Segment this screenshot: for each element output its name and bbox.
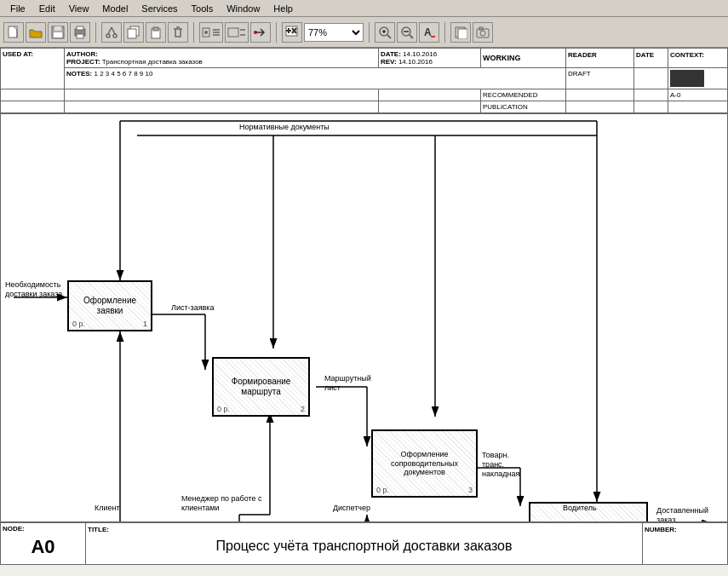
sep4: [369, 22, 370, 43]
svg-line-31: [387, 35, 391, 38]
menu-tools[interactable]: Tools: [185, 2, 221, 15]
menu-window[interactable]: Window: [220, 2, 267, 15]
box-1[interactable]: Оформление заявки 0 р. 1: [67, 280, 152, 331]
label-manager: Менеджер по работе с клиентами: [181, 494, 262, 513]
box-2[interactable]: Формирование маршрута 0 р. 2: [212, 357, 310, 417]
date2-label: DATE: [636, 51, 654, 59]
date-value: 14.10.2016: [403, 50, 437, 58]
menu-model[interactable]: Model: [95, 2, 135, 15]
footer-node-value: A0: [3, 536, 83, 558]
recommended-label: RECOMMENDED: [481, 89, 566, 101]
diagram-area: Оформление заявки 0 р. 1 Формирование ма…: [0, 113, 728, 522]
notes-line: NOTES: 1 2 3 4 5 6 7 8 9 10: [66, 70, 564, 78]
menubar: File Edit View Model Services Tools Wind…: [0, 0, 728, 17]
tb-open[interactable]: [26, 22, 46, 43]
label-list: Лист-заявка: [171, 303, 214, 313]
rev-value: 14.10.2016: [398, 58, 433, 66]
tb-spell[interactable]: A: [419, 22, 439, 43]
a0-label: A-0: [668, 89, 728, 101]
menu-edit[interactable]: Edit: [32, 2, 62, 15]
reader-label: READER: [568, 51, 597, 59]
box1-cost: 0 р.: [72, 320, 85, 328]
box3-cost: 0 р.: [376, 486, 389, 494]
footer-node-label: NODE:: [3, 525, 83, 533]
svg-rect-6: [77, 34, 83, 38]
label-delivered: Доставленный заказ: [656, 506, 708, 522]
menu-view[interactable]: View: [62, 2, 96, 15]
sep1: [95, 22, 96, 43]
tb-settings1[interactable]: [199, 22, 223, 43]
toolbar: 77% 50% 75% 100% 125% 150% A: [0, 17, 728, 48]
tb-copy[interactable]: [123, 22, 144, 43]
sep5: [444, 22, 445, 43]
svg-line-35: [410, 35, 413, 38]
context-black-box: [670, 70, 704, 87]
zoom-select[interactable]: 77% 50% 75% 100% 125% 150%: [304, 23, 364, 42]
box2-num: 2: [301, 405, 305, 413]
tb-zoom-fit[interactable]: [375, 22, 395, 43]
svg-line-10: [112, 27, 115, 34]
footer-title-value: Процесс учёта транспортной доставки зака…: [88, 539, 640, 554]
label-tovar: Товарн. транс. накладная: [482, 451, 519, 478]
box3-label: Оформление сопроводительных документов: [376, 450, 473, 477]
tb-arrow[interactable]: [250, 22, 271, 43]
box3-num: 3: [468, 486, 473, 494]
tb-paste[interactable]: [146, 22, 166, 43]
label-marshrut: Маршрутный лист: [324, 374, 371, 393]
svg-rect-40: [458, 29, 467, 39]
tb-save[interactable]: [48, 22, 68, 43]
tb-delete[interactable]: [168, 22, 188, 43]
svg-point-17: [204, 31, 208, 34]
box2-label: Формирование маршрута: [217, 377, 305, 397]
box2-cost: 0 р.: [217, 405, 230, 413]
svg-rect-2: [54, 26, 61, 31]
draft-label: DRAFT: [568, 70, 632, 78]
label-voditel: Водитель: [563, 504, 597, 513]
project-line: PROJECT: Транспортная доставка заказов: [66, 58, 376, 66]
used-at-label: USED AT:: [3, 50, 33, 58]
footer-title-label: TITLE:: [88, 526, 109, 533]
svg-rect-12: [128, 29, 136, 38]
sep3: [276, 22, 277, 43]
menu-services[interactable]: Services: [135, 2, 184, 15]
tb-zoom-prev[interactable]: [397, 22, 417, 43]
box-3[interactable]: Оформление сопроводительных документов 0…: [371, 429, 478, 498]
svg-point-24: [254, 31, 257, 34]
tb-copy2[interactable]: [450, 22, 471, 43]
svg-rect-14: [153, 27, 158, 31]
menu-help[interactable]: Help: [267, 2, 300, 15]
project-value: Транспортная доставка заказов: [102, 58, 203, 66]
tb-cam[interactable]: [473, 22, 493, 43]
working-label: WORKING: [483, 54, 521, 62]
svg-rect-5: [77, 26, 83, 30]
svg-rect-3: [54, 32, 62, 37]
author-label: AUTHOR:: [66, 50, 376, 58]
menu-file[interactable]: File: [3, 2, 32, 15]
tb-settings2[interactable]: [225, 22, 249, 43]
label-klient: Клиент: [95, 504, 120, 513]
label-need: Необходимость доставки заказа: [5, 280, 62, 299]
tb-print[interactable]: [70, 22, 90, 43]
tb-zoom-in[interactable]: [282, 22, 302, 43]
svg-text:A: A: [424, 26, 432, 38]
svg-point-42: [480, 31, 485, 36]
svg-point-8: [113, 34, 117, 37]
label-dispatcher: Диспетчер: [333, 504, 370, 513]
label-normative: Нормативные документы: [239, 123, 330, 132]
svg-rect-21: [228, 28, 238, 37]
footer-number-label: NUMBER:: [645, 526, 677, 533]
svg-point-7: [106, 34, 110, 37]
svg-line-9: [108, 27, 112, 34]
publication-label: PUBLICATION: [481, 101, 566, 113]
tb-new[interactable]: [3, 22, 24, 43]
tb-cut[interactable]: [101, 22, 122, 43]
sep2: [193, 22, 194, 43]
footer: NODE: A0 TITLE: Процесс учёта транспортн…: [0, 522, 728, 565]
context-label: CONTEXT:: [670, 51, 704, 59]
box1-label: Оформление заявки: [72, 296, 147, 316]
box1-num: 1: [143, 320, 147, 328]
header-info: USED AT: AUTHOR: PROJECT: Транспортная д…: [0, 48, 728, 113]
